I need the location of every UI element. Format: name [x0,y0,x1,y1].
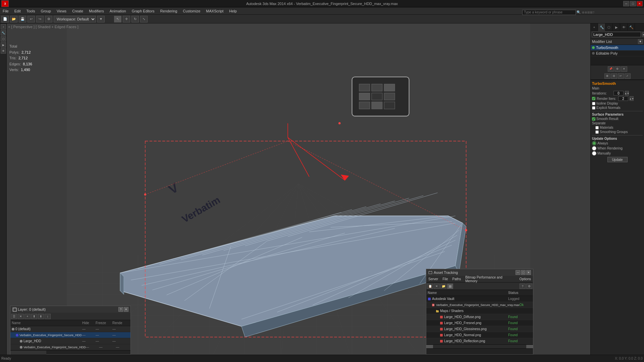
rpanel-tab-motion[interactable]: ▶ [613,23,620,31]
scale-tool[interactable]: ⤡ [140,16,148,22]
toolbar-render-setup[interactable]: ⚙ [45,16,52,22]
select-tool[interactable]: ↖ [114,16,121,22]
mod-icon-3[interactable]: ↩ [618,73,624,79]
sidebar-modify[interactable]: 🔧 [1,30,6,36]
smoothing-groups-checkbox[interactable] [595,130,599,134]
search-input[interactable] [522,10,576,15]
toolbar-undo[interactable]: ↩ [28,16,35,22]
when-rendering-radio[interactable] [592,146,596,150]
isoline-checkbox[interactable] [592,102,595,105]
asset-row[interactable]: Maps / Shaders [426,308,533,314]
asset-row[interactable]: Autodesk Vault Logged [426,296,533,302]
explicit-normals-checkbox[interactable] [592,106,595,110]
modifier-item-editablepoly[interactable]: Editable Poly [591,51,644,56]
layer-panel-help[interactable]: ? [118,307,123,312]
sidebar-hierarchy[interactable]: ⬡ [1,36,6,42]
layer-scrollbar[interactable] [10,350,130,354]
iterations-input[interactable] [613,91,624,96]
menu-group[interactable]: Group [38,7,54,14]
layer-tool-5[interactable]: ⬇ [38,314,44,319]
smooth-result-checkbox[interactable] [592,117,595,121]
asset-menu-bitmap[interactable]: Bitmap Performance and Memory [463,275,517,284]
toolbar-redo[interactable]: ↪ [36,16,44,22]
always-radio[interactable] [592,141,596,145]
layer-panel-title[interactable]: Layer: 0 (default) ? ✕ [10,306,130,313]
toolbar-open[interactable]: 📂 [10,16,17,22]
menu-edit[interactable]: Edit [12,7,23,14]
rpanel-tab-hierarchy[interactable]: ⬡ [605,23,613,31]
minimize-btn[interactable]: ─ [623,1,629,6]
name-prev-btn[interactable]: ◀ [642,32,644,37]
rotate-tool[interactable]: ↻ [131,16,139,22]
viewport-container[interactable]: + [ Perspective ] [ Shaded + Edged Faces… [7,23,590,362]
asset-menu-file[interactable]: File [440,277,450,282]
asset-h-scrollbar[interactable] [426,344,533,348]
menu-customize[interactable]: Customize [180,7,203,14]
menu-modifiers[interactable]: Modifiers [86,7,107,14]
modifier-list-expand[interactable]: ▼ [638,39,643,44]
layer-tool-6[interactable]: ↕ [45,314,51,319]
asset-tool-4[interactable]: ▦ [447,284,453,289]
rpanel-tab-modify[interactable]: 🔧 [598,23,605,31]
layer-tool-3[interactable]: + [24,314,31,319]
mod-icon-4[interactable]: ✓ [625,73,631,79]
layer-panel-close[interactable]: ✕ [124,307,128,312]
maximize-btn[interactable]: □ [630,1,636,6]
menu-rendering[interactable]: Rendering [158,7,180,14]
asset-row[interactable]: Large_HDD_Normal.png Found [426,332,533,338]
asset-row[interactable]: Large_HDD_Diffuse.png Found [426,314,533,320]
rpanel-tab-utilities[interactable]: 🔨 [628,23,635,31]
asset-row[interactable]: Large_HDD_Reflection.png Found [426,338,533,344]
layer-row[interactable]: Large_HDD — — — [10,338,130,344]
rpanel-tab-create[interactable]: + [591,23,598,31]
asset-tool-2[interactable]: ✕ [434,284,440,289]
menu-views[interactable]: Views [54,7,69,14]
asset-menu-options[interactable]: Options [518,277,533,282]
sidebar-motion[interactable]: ▶ [1,42,6,48]
mod-remove-btn[interactable]: ✕ [621,66,627,72]
rpanel-tab-display[interactable]: 👁 [620,23,628,31]
layer-row[interactable]: Verbatim_Executive_Fingerprint_Secure_HD… [10,344,130,350]
render-iters-input[interactable] [618,96,628,101]
iterations-spinner[interactable]: ▲▼ [625,91,629,96]
render-iters-spinner[interactable]: ▲▼ [630,96,634,101]
app-icon[interactable]: 3 [1,0,9,7]
asset-row[interactable]: Large_HDD_Fresnel.png Found [426,320,533,326]
sidebar-display[interactable]: 👁 [1,48,6,54]
asset-tool-3[interactable]: 📁 [440,284,446,289]
menu-maxscript[interactable]: MAXScript [203,7,226,14]
asset-minimize-btn[interactable]: ─ [516,270,520,275]
asset-restore-btn[interactable]: □ [521,270,526,275]
layer-row[interactable]: 0 (default) — — — [10,326,130,332]
workspace-expand[interactable]: ▼ [97,16,105,22]
asset-row[interactable]: 3D Verbatim_Executive_Fingerprint_Secure… [426,302,533,308]
menu-help[interactable]: Help [226,7,239,14]
workspace-dropdown[interactable]: Workspace: Default [54,16,96,22]
asset-close-btn[interactable]: ✕ [526,270,531,275]
mod-icon-1[interactable]: ⊞ [604,73,610,79]
menu-tools[interactable]: Tools [24,7,38,14]
layer-tool-4[interactable]: ⬆ [31,314,37,319]
asset-menu-server[interactable]: Server [426,277,440,282]
mod-configure-btn[interactable]: ⚙ [614,66,621,72]
toolbar-save[interactable]: 💾 [19,16,26,22]
object-name-input[interactable] [592,32,641,37]
materials-checkbox[interactable] [595,126,599,129]
layer-tool-2[interactable]: ✕ [18,314,24,319]
close-btn[interactable]: ✕ [637,1,643,6]
manually-radio[interactable] [592,151,596,156]
modifier-item-turbosmooth[interactable]: TurboSmooth [591,45,644,51]
asset-row[interactable]: Large_HDD_Glossiness.png Found [426,326,533,332]
asset-menu-paths[interactable]: Paths [450,277,463,282]
mod-icon-2[interactable]: ⊟ [611,73,617,79]
menu-graph-editors[interactable]: Graph Editors [129,7,157,14]
asset-help-btn[interactable]: ? [520,284,526,289]
render-iters-checkbox[interactable] [592,97,595,100]
layer-row[interactable]: Verbatim_Executive_Fingerprint_Secure_HD… [10,332,130,338]
asset-settings-btn[interactable]: ⚙ [526,284,532,289]
layer-tool-1[interactable]: ☰ [11,314,17,319]
move-tool[interactable]: ✛ [123,16,130,22]
menu-file[interactable]: File [0,7,11,14]
menu-create[interactable]: Create [69,7,86,14]
menu-animation[interactable]: Animation [107,7,129,14]
